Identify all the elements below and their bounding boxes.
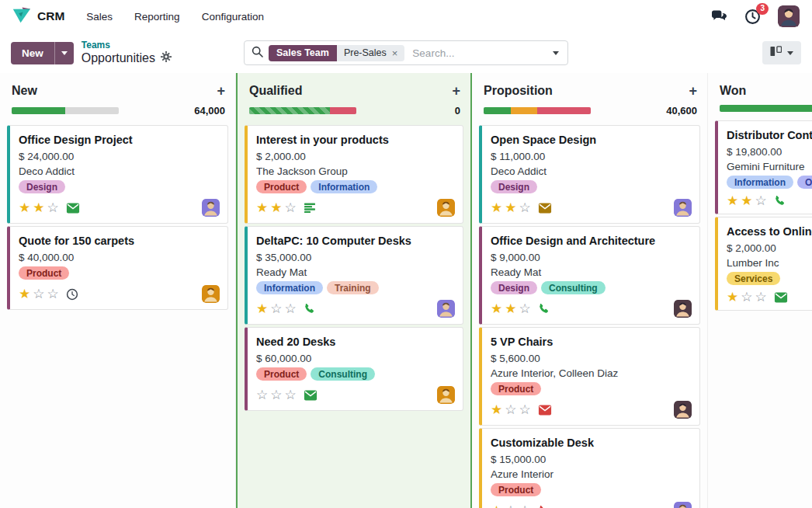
opportunity-card[interactable]: Office Design and Architecture $ 9,000.0…: [479, 226, 700, 325]
progressbar-segment[interactable]: [484, 107, 511, 114]
salesperson-avatar[interactable]: [674, 199, 692, 217]
opportunity-card[interactable]: Office Design Project $ 24,000.00 Deco A…: [7, 125, 228, 224]
star-empty-icon[interactable]: ☆: [270, 302, 282, 315]
priority-stars[interactable]: ★☆☆: [256, 302, 297, 315]
priority-stars[interactable]: ★☆☆: [727, 291, 767, 304]
priority-stars[interactable]: ★☆☆: [491, 403, 531, 416]
priority-stars[interactable]: ★★☆: [19, 201, 59, 214]
add-record-icon[interactable]: +: [689, 84, 697, 98]
star-empty-icon[interactable]: ☆: [519, 302, 531, 315]
star-filled-icon[interactable]: ★: [491, 504, 502, 508]
breadcrumb-teams-link[interactable]: Teams: [82, 40, 172, 51]
star-filled-icon[interactable]: ★: [727, 291, 738, 304]
column-progressbar[interactable]: [249, 107, 356, 114]
phone-activity-icon[interactable]: [304, 303, 315, 315]
star-filled-icon[interactable]: ★: [33, 201, 44, 214]
clock-activity-icon[interactable]: [66, 288, 78, 301]
progressbar-segment[interactable]: [249, 107, 330, 114]
star-filled-icon[interactable]: ★: [727, 194, 738, 207]
star-empty-icon[interactable]: ☆: [33, 287, 44, 301]
phone-activity-icon[interactable]: [538, 505, 550, 508]
star-empty-icon[interactable]: ☆: [285, 388, 297, 402]
settings-gear-icon[interactable]: [161, 51, 172, 65]
opportunity-card[interactable]: Need 20 Desks $ 60,000.00 ProductConsult…: [245, 327, 463, 411]
star-empty-icon[interactable]: ☆: [505, 504, 516, 508]
search-bar[interactable]: Sales Team Pre-Sales × Search...: [244, 40, 568, 65]
star-empty-icon[interactable]: ☆: [519, 403, 531, 416]
new-button-dropdown[interactable]: [54, 42, 74, 64]
phone-activity-icon[interactable]: [538, 303, 550, 315]
add-record-icon[interactable]: +: [452, 84, 460, 98]
add-record-icon[interactable]: +: [217, 84, 225, 98]
star-empty-icon[interactable]: ☆: [285, 302, 297, 315]
messages-icon[interactable]: [711, 10, 727, 23]
star-filled-icon[interactable]: ★: [505, 201, 516, 214]
priority-stars[interactable]: ★★☆: [491, 201, 531, 214]
star-filled-icon[interactable]: ★: [491, 201, 502, 214]
salesperson-avatar[interactable]: [437, 300, 455, 318]
progressbar-segment[interactable]: [511, 107, 538, 114]
search-options-toggle[interactable]: [544, 41, 567, 64]
salesperson-avatar[interactable]: [202, 285, 220, 303]
star-empty-icon[interactable]: ☆: [519, 201, 531, 214]
salesperson-avatar[interactable]: [202, 199, 220, 217]
opportunity-card[interactable]: DeltaPC: 10 Computer Desks $ 35,000.00 R…: [245, 226, 463, 325]
star-empty-icon[interactable]: ☆: [285, 201, 297, 214]
view-switcher-button[interactable]: [762, 41, 801, 64]
user-menu-avatar[interactable]: [778, 5, 800, 27]
column-progressbar[interactable]: [12, 107, 119, 114]
new-button[interactable]: New: [11, 42, 54, 64]
salesperson-avatar[interactable]: [674, 502, 692, 508]
opportunity-card[interactable]: Access to Online Catalog $ 2,000.00 Lumb…: [715, 217, 812, 311]
salesperson-avatar[interactable]: [437, 386, 455, 404]
opportunity-card[interactable]: Quote for 150 carpets $ 40,000.00 Produc…: [7, 226, 228, 310]
envelope-activity-icon[interactable]: [774, 292, 788, 303]
envelope-activity-icon[interactable]: [304, 390, 318, 401]
priority-stars[interactable]: ☆☆☆: [256, 388, 297, 402]
star-filled-icon[interactable]: ★: [491, 403, 502, 416]
opportunity-card[interactable]: Interest in your products $ 2,000.00 The…: [245, 125, 463, 224]
star-filled-icon[interactable]: ★: [19, 201, 30, 214]
star-empty-icon[interactable]: ☆: [741, 291, 752, 304]
star-empty-icon[interactable]: ☆: [505, 403, 516, 416]
facet-remove-icon[interactable]: ×: [392, 48, 398, 58]
column-progressbar[interactable]: [720, 105, 812, 112]
star-filled-icon[interactable]: ★: [270, 201, 282, 214]
menu-sales[interactable]: Sales: [86, 11, 113, 23]
column-progressbar[interactable]: [484, 107, 591, 114]
priority-stars[interactable]: ★☆☆: [19, 287, 59, 301]
activities-clock-icon[interactable]: 3: [744, 9, 761, 25]
star-filled-icon[interactable]: ★: [256, 302, 268, 315]
star-empty-icon[interactable]: ☆: [47, 201, 59, 214]
salesperson-avatar[interactable]: [674, 300, 692, 318]
menu-reporting[interactable]: Reporting: [134, 11, 180, 23]
envelope-activity-icon[interactable]: [538, 405, 552, 416]
priority-stars[interactable]: ★★☆: [491, 302, 531, 315]
search-input[interactable]: Search...: [412, 47, 544, 59]
opportunity-card[interactable]: Open Space Design $ 11,000.00 Deco Addic…: [479, 125, 700, 224]
star-empty-icon[interactable]: ☆: [519, 504, 531, 508]
star-filled-icon[interactable]: ★: [741, 194, 752, 207]
priority-stars[interactable]: ★★☆: [256, 201, 297, 214]
star-filled-icon[interactable]: ★: [256, 201, 268, 214]
priority-stars[interactable]: ★☆☆: [491, 504, 531, 508]
menu-configuration[interactable]: Configuration: [202, 11, 264, 23]
progressbar-segment[interactable]: [330, 107, 357, 114]
salesperson-avatar[interactable]: [674, 401, 692, 419]
salesperson-avatar[interactable]: [437, 199, 455, 217]
star-empty-icon[interactable]: ☆: [256, 388, 268, 402]
star-empty-icon[interactable]: ☆: [47, 287, 59, 301]
opportunity-card[interactable]: Distributor Contract $ 19,800.00 Gemini …: [715, 120, 812, 214]
envelope-activity-icon[interactable]: [538, 203, 552, 214]
opportunity-card[interactable]: 5 VP Chairs $ 5,600.00 Azure Interior, C…: [479, 327, 700, 426]
star-empty-icon[interactable]: ☆: [755, 194, 767, 207]
app-switcher[interactable]: CRM: [12, 7, 64, 26]
star-empty-icon[interactable]: ☆: [270, 388, 282, 402]
list-activity-icon[interactable]: [304, 203, 316, 214]
progressbar-segment[interactable]: [537, 107, 591, 114]
envelope-activity-icon[interactable]: [66, 203, 80, 214]
star-filled-icon[interactable]: ★: [505, 302, 516, 315]
star-filled-icon[interactable]: ★: [19, 287, 30, 301]
star-filled-icon[interactable]: ★: [491, 302, 502, 315]
opportunity-card[interactable]: Customizable Desk $ 15,000.00 Azure Inte…: [479, 428, 700, 508]
